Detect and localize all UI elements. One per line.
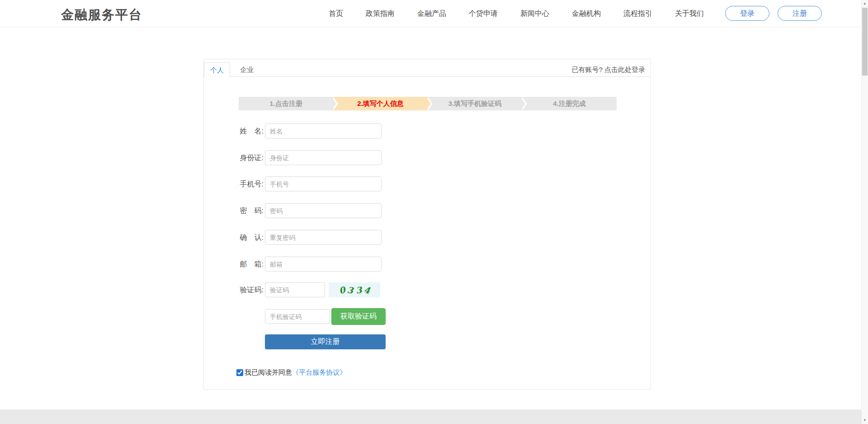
platform-service-agreement-link[interactable]: 《平台服务协议》 (292, 368, 346, 377)
step-4-complete: 4.注册完成 (522, 97, 617, 110)
captcha-image[interactable]: 0334 (329, 282, 380, 297)
main-nav: 首页 政策指南 金融产品 个贷申请 新闻中心 金融机构 流程指引 关于我们 (329, 0, 704, 27)
agreement-text: 我已阅读并同意 (245, 368, 292, 377)
scrollbar-down-arrow-icon[interactable]: ▼ (862, 417, 868, 424)
confirm-password-label: 确 认: (236, 230, 264, 245)
agreement-row: 我已阅读并同意 《平台服务协议》 (236, 368, 346, 376)
nav-item-financial-products[interactable]: 金融产品 (417, 9, 446, 19)
registration-step-indicator: 1.点击注册 2.填写个人信息 3.填写手机验证码 4.注册完成 (239, 97, 617, 110)
captcha-label: 验证码: (236, 282, 264, 297)
id-card-label: 身份证: (236, 150, 264, 165)
agreement-checkbox[interactable] (236, 369, 243, 376)
name-label: 姓 名: (236, 124, 264, 138)
nav-item-process-guide[interactable]: 流程指引 (623, 9, 652, 19)
captcha-input[interactable] (265, 282, 325, 297)
login-button[interactable]: 登录 (725, 6, 769, 21)
confirm-password-input[interactable] (265, 230, 382, 245)
nav-item-home[interactable]: 首页 (329, 9, 343, 19)
nav-item-news-center[interactable]: 新闻中心 (520, 9, 549, 19)
sms-code-input[interactable] (265, 309, 330, 324)
scrollbar-thumb[interactable] (862, 8, 868, 76)
account-type-tabbar: 个人 企业 已有账号? 点击此处登录 (204, 59, 651, 77)
email-label: 邮 箱: (236, 257, 264, 272)
footer-bar (0, 410, 861, 424)
page-scrollbar[interactable]: ▲ ▼ (861, 0, 868, 424)
get-sms-code-button[interactable]: 获取验证码 (331, 308, 386, 325)
register-button[interactable]: 注册 (778, 6, 822, 21)
nav-item-financial-institutions[interactable]: 金融机构 (572, 9, 601, 19)
page: 金融服务平台 首页 政策指南 金融产品 个贷申请 新闻中心 金融机构 流程指引 … (0, 0, 868, 424)
step-1-click-register: 1.点击注册 (239, 97, 333, 110)
step-3-phone-verification: 3.填写手机验证码 (428, 97, 522, 110)
top-navbar: 金融服务平台 首页 政策指南 金融产品 个贷申请 新闻中心 金融机构 流程指引 … (0, 0, 861, 27)
step-2-fill-personal-info: 2.填写个人信息 (333, 97, 428, 110)
submit-registration-button[interactable]: 立即注册 (265, 334, 386, 349)
site-logo[interactable]: 金融服务平台 (61, 6, 142, 24)
email-input[interactable] (265, 257, 382, 272)
password-input[interactable] (265, 203, 382, 218)
tab-enterprise[interactable]: 企业 (236, 62, 258, 77)
scrollbar-up-arrow-icon[interactable]: ▲ (862, 0, 868, 7)
phone-input[interactable] (265, 176, 382, 191)
id-card-input[interactable] (265, 150, 382, 165)
nav-item-personal-loan[interactable]: 个贷申请 (469, 9, 498, 19)
password-label: 密 码: (236, 203, 264, 218)
existing-account-login-link[interactable]: 已有账号? 点击此处登录 (571, 66, 645, 74)
tab-personal[interactable]: 个人 (204, 62, 230, 77)
nav-item-policy-guide[interactable]: 政策指南 (366, 9, 395, 19)
nav-item-about-us[interactable]: 关于我们 (675, 9, 704, 19)
name-input[interactable] (265, 124, 382, 138)
registration-panel: 个人 企业 已有账号? 点击此处登录 1.点击注册 2.填写个人信息 3.填写手… (203, 59, 651, 390)
phone-label: 手机号: (236, 176, 264, 191)
